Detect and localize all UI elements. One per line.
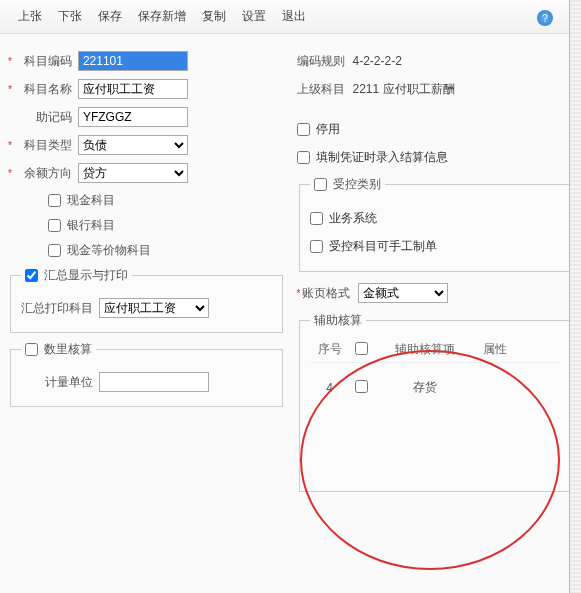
th-attr: 属性 [470, 341, 520, 358]
lbl-disable: 停用 [316, 121, 340, 138]
help-icon[interactable]: ? [537, 10, 553, 26]
cb-cash[interactable] [48, 194, 61, 207]
lbl-parent: 上级科目 [297, 81, 345, 98]
cb-aux-all[interactable] [355, 342, 368, 355]
tb-save[interactable]: 保存 [98, 8, 122, 25]
lbl-name: 科目名称 [14, 81, 72, 98]
lbl-settle: 填制凭证时录入结算信息 [316, 149, 448, 166]
cb-ctrl[interactable] [314, 178, 327, 191]
val-rule: 4-2-2-2-2 [353, 54, 402, 68]
tb-exit[interactable]: 退出 [282, 8, 306, 25]
cb-manual[interactable] [310, 240, 323, 253]
cb-settle[interactable] [297, 151, 310, 164]
tb-next[interactable]: 下张 [58, 8, 82, 25]
left-column: *科目编码 *科目名称 *助记码 *科目类型负债 *余额方向贷方 现金科目 银行… [8, 44, 285, 500]
select-dir[interactable]: 贷方 [78, 163, 188, 183]
fs-ctrl: 受控类别 业务系统 受控科目可手工制单 [299, 176, 572, 272]
val-parent: 2211 应付职工薪酬 [353, 81, 455, 98]
lbl-manual: 受控科目可手工制单 [329, 238, 437, 255]
tb-save-new[interactable]: 保存新增 [138, 8, 186, 25]
lbl-code: 科目编码 [14, 53, 72, 70]
lbl-biz: 业务系统 [329, 210, 377, 227]
lgd-qty: 数里核算 [44, 341, 92, 358]
tb-prev[interactable]: 上张 [18, 8, 42, 25]
tb-settings[interactable]: 设置 [242, 8, 266, 25]
cb-disable[interactable] [297, 123, 310, 136]
right-column: 编码规则4-2-2-2-2 上级科目2211 应付职工薪酬 停用 填制凭证时录入… [297, 44, 574, 500]
lbl-rule: 编码规则 [297, 53, 345, 70]
td-seq: 4 [310, 381, 350, 395]
lgd-summary: 汇总显示与打印 [44, 267, 128, 284]
cb-casheq[interactable] [48, 244, 61, 257]
lbl-unit: 计量单位 [21, 374, 93, 391]
lbl-type: 科目类型 [14, 137, 72, 154]
cb-aux-row[interactable] [355, 380, 368, 393]
aux-table-head: 序号 辅助核算项 属性 [310, 337, 561, 363]
cb-qty[interactable] [25, 343, 38, 356]
lgd-aux: 辅助核算 [310, 312, 366, 329]
input-mnemonic[interactable] [78, 107, 188, 127]
td-item: 存货 [380, 379, 470, 396]
cb-bank[interactable] [48, 219, 61, 232]
fs-summary: 汇总显示与打印 汇总打印科目应付职工工资 [10, 267, 283, 333]
aux-table-row[interactable]: 4 存货 [310, 363, 561, 412]
lgd-ctrl: 受控类别 [333, 176, 381, 193]
cb-summary[interactable] [25, 269, 38, 282]
tb-copy[interactable]: 复制 [202, 8, 226, 25]
select-type[interactable]: 负债 [78, 135, 188, 155]
right-edge [569, 0, 581, 593]
fs-qty: 数里核算 计量单位 [10, 341, 283, 407]
lbl-print: 汇总打印科目 [21, 300, 93, 317]
lbl-bank: 银行科目 [67, 217, 115, 234]
lbl-pagefmt: 账页格式 [302, 285, 350, 302]
th-item: 辅助核算项 [380, 341, 470, 358]
th-seq: 序号 [310, 341, 350, 358]
lbl-cash: 现金科目 [67, 192, 115, 209]
lbl-casheq: 现金等价物科目 [67, 242, 151, 259]
cb-biz[interactable] [310, 212, 323, 225]
lbl-mnemonic: 助记码 [14, 109, 72, 126]
fs-aux: 辅助核算 序号 辅助核算项 属性 4 存货 [299, 312, 572, 492]
lbl-dir: 余额方向 [14, 165, 72, 182]
input-code[interactable] [78, 51, 188, 71]
select-pagefmt[interactable]: 金额式 [358, 283, 448, 303]
input-name[interactable] [78, 79, 188, 99]
select-print[interactable]: 应付职工工资 [99, 298, 209, 318]
input-unit[interactable] [99, 372, 209, 392]
toolbar: 上张 下张 保存 保存新增 复制 设置 退出 ? [0, 0, 581, 34]
